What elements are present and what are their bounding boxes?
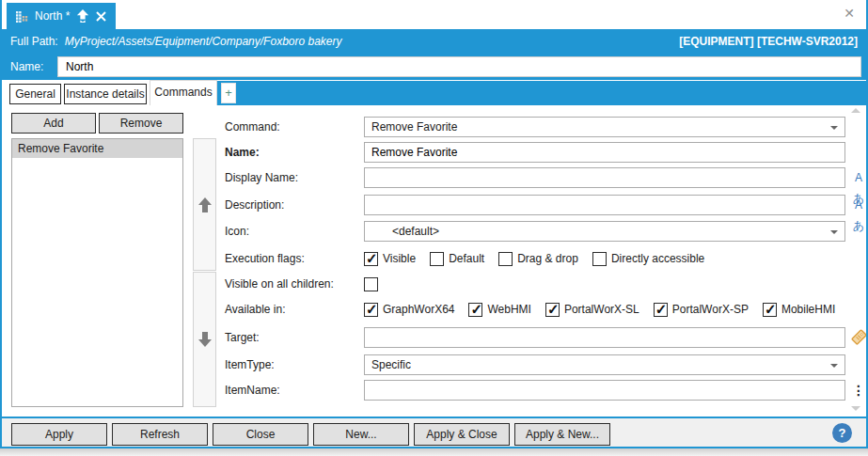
up-arrow-icon bbox=[198, 197, 212, 212]
chevron-down-icon bbox=[830, 230, 838, 234]
workbench-property-window: North * ✕ Full Path: MyProject/Assets/Eq… bbox=[0, 0, 868, 448]
checkbox-label: GraphWorX64 bbox=[383, 303, 454, 316]
tag-picker-icon[interactable] bbox=[849, 329, 868, 348]
commands-tab-panel: Add Remove Remove Favorite Command: Remo… bbox=[2, 105, 866, 417]
available-portalworx-sp[interactable]: PortalWorX-SP bbox=[654, 303, 749, 317]
icon-select-value: <default> bbox=[365, 222, 826, 241]
visible-all-children-label: Visible on all children: bbox=[225, 276, 334, 291]
visible-all-children-checkbox[interactable] bbox=[364, 277, 378, 291]
tab-close-icon[interactable] bbox=[96, 11, 106, 22]
add-command-button[interactable]: Add bbox=[11, 113, 96, 134]
document-tab-bar: North * ✕ bbox=[2, 0, 866, 29]
move-up-button[interactable] bbox=[193, 138, 216, 271]
visible-all-children-group bbox=[364, 276, 378, 291]
checkbox-label: Drag & drop bbox=[517, 252, 578, 265]
command-name-input[interactable] bbox=[364, 142, 845, 163]
description-input[interactable] bbox=[364, 195, 845, 215]
available-in-group: GraphWorX64 WebHMI PortalWorX-SL PortalW… bbox=[364, 302, 835, 317]
flag-default[interactable]: Default bbox=[430, 252, 484, 266]
move-down-button[interactable] bbox=[193, 272, 216, 407]
close-button[interactable]: Close bbox=[213, 423, 308, 446]
down-arrow-icon bbox=[198, 332, 212, 347]
refresh-button[interactable]: Refresh bbox=[112, 423, 208, 446]
help-icon[interactable]: ? bbox=[832, 423, 852, 443]
flag-directly-accessible[interactable]: Directly accessible bbox=[592, 252, 704, 266]
name-bar: Name: bbox=[2, 54, 866, 80]
command-list: Remove Favorite bbox=[11, 138, 183, 407]
checkbox-checked-icon[interactable] bbox=[545, 303, 560, 317]
apply-new-button[interactable]: Apply & New... bbox=[514, 423, 610, 446]
execution-flags-group: Visible Default Drag & drop Directly acc… bbox=[364, 251, 704, 266]
promote-up-icon[interactable] bbox=[76, 9, 89, 23]
window-shadow bbox=[0, 448, 868, 456]
flag-visible[interactable]: Visible bbox=[364, 252, 416, 266]
checkbox-checked-icon[interactable] bbox=[468, 303, 482, 317]
display-name-input[interactable] bbox=[364, 167, 845, 188]
checkbox-label: Visible bbox=[383, 252, 416, 265]
tab-strip-filler bbox=[217, 81, 866, 105]
asset-name-input[interactable] bbox=[57, 56, 861, 77]
target-input[interactable] bbox=[364, 327, 845, 348]
execution-flags-label: Execution flags: bbox=[225, 251, 305, 266]
available-mobilehmi[interactable]: MobileHMI bbox=[763, 303, 835, 317]
icon-select[interactable]: <default> bbox=[364, 221, 845, 242]
checkbox-icon[interactable] bbox=[430, 252, 444, 266]
icon-label: Icon: bbox=[225, 221, 249, 242]
checkbox-icon[interactable] bbox=[592, 252, 607, 266]
item-type-select-value: Specific bbox=[365, 355, 826, 374]
checkbox-checked-icon[interactable] bbox=[763, 303, 777, 317]
full-path-label: Full Path: bbox=[10, 35, 58, 48]
context-server-badge: [EQUIPMENT] [TECHW-SVR2012] bbox=[679, 35, 858, 48]
localize-icon[interactable]: Aあ bbox=[849, 195, 868, 236]
available-in-label: Available in: bbox=[225, 302, 286, 317]
checkbox-checked-icon[interactable] bbox=[364, 252, 378, 266]
checkbox-label: Default bbox=[449, 252, 484, 265]
document-tab-title: North * bbox=[35, 9, 70, 23]
item-name-label: ItemName: bbox=[225, 380, 280, 401]
equipment-icon bbox=[16, 10, 28, 23]
checkbox-label: PortalWorX-SP bbox=[672, 303, 749, 316]
tab-strip: General Instance details Commands + bbox=[2, 80, 866, 105]
scroll-up-icon[interactable] bbox=[851, 108, 860, 113]
new-button[interactable]: New... bbox=[313, 423, 409, 446]
target-label: Target: bbox=[225, 327, 260, 348]
checkbox-label: MobileHMI bbox=[781, 303, 835, 316]
available-portalworx-sl[interactable]: PortalWorX-SL bbox=[545, 303, 639, 317]
scroll-down-icon[interactable] bbox=[851, 406, 860, 411]
apply-button[interactable]: Apply bbox=[11, 423, 107, 446]
description-label: Description: bbox=[225, 195, 284, 215]
window-close-icon[interactable]: ✕ bbox=[841, 5, 858, 22]
remove-command-button[interactable]: Remove bbox=[99, 113, 183, 134]
flag-drag-drop[interactable]: Drag & drop bbox=[498, 252, 578, 266]
available-webhmi[interactable]: WebHMI bbox=[468, 303, 530, 317]
checkbox-icon[interactable] bbox=[498, 252, 513, 266]
tab-instance-details[interactable]: Instance details bbox=[64, 84, 147, 104]
item-name-input[interactable] bbox=[364, 380, 845, 401]
document-tab-north[interactable]: North * bbox=[7, 3, 116, 29]
footer-bar: Apply Refresh Close New... Apply & Close… bbox=[2, 418, 866, 448]
browse-ellipsis-icon[interactable]: ⋮ bbox=[849, 380, 868, 401]
tab-commands[interactable]: Commands bbox=[150, 80, 217, 105]
display-name-label: Display Name: bbox=[225, 167, 298, 188]
checkbox-checked-icon[interactable] bbox=[364, 303, 378, 317]
command-select[interactable]: Remove Favorite bbox=[364, 117, 845, 137]
command-label: Command: bbox=[225, 117, 280, 137]
checkbox-label: Directly accessible bbox=[611, 252, 704, 265]
name-bar-label: Name: bbox=[10, 60, 57, 73]
chevron-down-icon bbox=[830, 364, 838, 368]
available-graphworx64[interactable]: GraphWorX64 bbox=[364, 303, 454, 317]
full-path-bar: Full Path: MyProject/Assets/Equipment/Co… bbox=[2, 29, 866, 54]
checkbox-icon[interactable] bbox=[364, 277, 378, 291]
list-item[interactable]: Remove Favorite bbox=[12, 139, 182, 158]
item-type-select[interactable]: Specific bbox=[364, 354, 845, 375]
tab-general[interactable]: General bbox=[9, 84, 61, 104]
item-type-label: ItemType: bbox=[225, 354, 275, 375]
chevron-down-icon bbox=[830, 126, 838, 130]
checkbox-label: PortalWorX-SL bbox=[564, 303, 639, 316]
add-tab-button[interactable]: + bbox=[221, 83, 236, 103]
apply-close-button[interactable]: Apply & Close bbox=[414, 423, 510, 446]
command-name-label: Name: bbox=[225, 142, 260, 163]
checkbox-checked-icon[interactable] bbox=[654, 303, 668, 317]
full-path-value: MyProject/Assets/Equipment/Company/Foxbo… bbox=[65, 35, 342, 48]
checkbox-label: WebHMI bbox=[487, 303, 530, 316]
